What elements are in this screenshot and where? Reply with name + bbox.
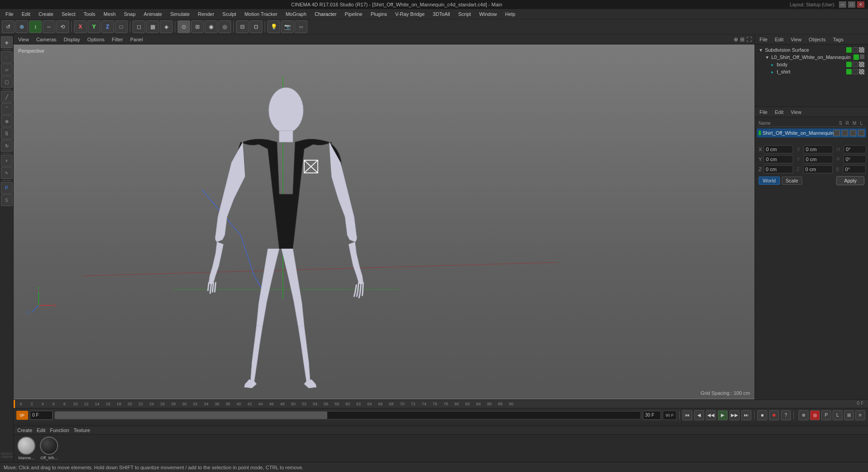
props-world-btn[interactable]: World — [759, 177, 780, 185]
props-tab-view[interactable]: View — [789, 108, 804, 116]
pb-last-btn[interactable]: ⏭ — [741, 410, 751, 420]
maximize-button[interactable]: □ — [848, 1, 855, 8]
obj-mgr-tab-tags[interactable]: Tags — [831, 36, 845, 43]
menu-edit[interactable]: Edit — [18, 10, 34, 18]
sidebar-mode-btn[interactable]: ◈ — [1, 36, 13, 48]
axis-x-button[interactable]: X — [74, 20, 87, 33]
vp-menu-view[interactable]: View — [16, 36, 31, 43]
snap-button[interactable]: ⊟ — [236, 20, 249, 33]
wireframe-button[interactable]: ⊞ — [191, 20, 204, 33]
sidebar-tool3-btn[interactable]: ⊕ — [1, 115, 13, 127]
menu-snap[interactable]: Snap — [120, 10, 139, 18]
sidebar-layer-btn[interactable]: ≡ — [1, 155, 13, 167]
pb-play-fwd-btn[interactable]: ▶▶ — [730, 410, 740, 420]
close-button[interactable]: ✕ — [857, 1, 864, 8]
sidebar-tool5-btn[interactable]: ↻ — [1, 140, 13, 152]
menu-create[interactable]: Create — [35, 10, 57, 18]
menu-pipeline[interactable]: Pipeline — [341, 10, 366, 18]
minimize-button[interactable]: ─ — [839, 1, 846, 8]
vp-menu-panel[interactable]: Panel — [128, 36, 145, 43]
vp-menu-cameras[interactable]: Cameras — [35, 36, 59, 43]
vp-icon-layout[interactable]: ⊞ — [740, 36, 745, 43]
vp-menu-filter[interactable]: Filter — [110, 36, 124, 43]
mat-menu-create[interactable]: Create — [17, 428, 32, 433]
frame-input[interactable] — [30, 411, 53, 420]
menu-sculpt[interactable]: Sculpt — [219, 10, 240, 18]
pb-play-btn[interactable]: ▶ — [718, 410, 728, 420]
sidebar-edge-btn[interactable]: ▱ — [1, 64, 13, 75]
menu-file[interactable]: File — [2, 10, 17, 18]
floor-button[interactable]: ▭ — [295, 20, 307, 33]
vp-icon-fullscreen[interactable]: ⛶ — [746, 36, 752, 43]
sidebar-python-btn[interactable]: P — [1, 182, 13, 194]
menu-plugins[interactable]: Plugins — [367, 10, 390, 18]
hier-item-body[interactable]: ▸ body — [769, 61, 866, 68]
move-button[interactable]: ↕ — [29, 20, 42, 33]
menu-character[interactable]: Character — [311, 10, 340, 18]
sidebar-tool4-btn[interactable]: S — [1, 128, 13, 139]
pb-help-btn[interactable]: ? — [781, 410, 791, 420]
live-selection-button[interactable]: ⊕ — [15, 20, 28, 33]
props-tab-edit[interactable]: Edit — [773, 108, 785, 116]
sidebar-point-btn[interactable]: · — [1, 51, 13, 63]
props-rx-input[interactable] — [804, 145, 833, 153]
obj-mgr-tab-objects[interactable]: Objects — [807, 36, 827, 43]
pb-layers-btn[interactable]: L — [833, 410, 843, 420]
rotate-button[interactable]: ⟲ — [56, 20, 69, 33]
snap-options-button[interactable]: ⊡ — [250, 20, 262, 33]
props-scale-btn[interactable]: Scale — [782, 177, 803, 185]
menu-animate[interactable]: Animate — [140, 10, 166, 18]
obj-mgr-tab-view[interactable]: View — [789, 36, 804, 43]
props-ry-input[interactable] — [804, 155, 833, 163]
pb-keying-btn[interactable]: ⊕ — [799, 410, 809, 420]
subdiv-button[interactable]: ◉ — [205, 20, 217, 33]
axis-all-button[interactable]: □ — [115, 20, 128, 33]
hier-item-subdivision[interactable]: ▼ Subdivision Surface — [757, 46, 866, 54]
mat-menu-texture[interactable]: Texture — [74, 428, 90, 433]
pb-autokey-btn[interactable]: ◎ — [810, 410, 820, 420]
sidebar-tool1-btn[interactable]: ╱ — [1, 91, 13, 103]
sidebar-poly-btn[interactable]: ▢ — [1, 76, 13, 88]
props-h-input[interactable] — [843, 145, 866, 153]
props-tab-file[interactable]: File — [758, 108, 769, 116]
props-p-input[interactable] — [843, 155, 866, 163]
menu-render[interactable]: Render — [194, 10, 218, 18]
sidebar-tool2-btn[interactable]: ⌒ — [1, 103, 13, 115]
hier-item-tshirt[interactable]: ▸ t_shirt — [769, 68, 866, 75]
menu-tools[interactable]: Tools — [80, 10, 99, 18]
menu-mesh[interactable]: Mesh — [100, 10, 119, 18]
deform-button[interactable]: ◎ — [218, 20, 231, 33]
pb-prev-btn[interactable]: ◀ — [694, 410, 704, 420]
scale-button[interactable]: ↔ — [43, 20, 55, 33]
viewport[interactable]: Perspective — [14, 44, 755, 399]
obj-action-m[interactable] — [850, 130, 856, 136]
props-z-input[interactable] — [764, 165, 793, 173]
obj-mgr-tab-edit[interactable]: Edit — [773, 36, 785, 43]
obj-action-r[interactable] — [842, 130, 848, 136]
pb-stop-btn[interactable]: ■ — [757, 410, 767, 420]
light-button[interactable]: 💡 — [267, 20, 280, 33]
menu-3dtoall[interactable]: 3DToAll — [429, 10, 454, 18]
obj-action-l[interactable] — [858, 130, 864, 136]
timeline-scrollbar[interactable] — [54, 411, 641, 419]
pb-record-btn[interactable]: ⏺ — [769, 410, 779, 420]
menu-vray-bridge[interactable]: V-Ray Bridge — [392, 10, 429, 18]
obj-action-s[interactable] — [833, 130, 840, 136]
menu-motion-tracker[interactable]: Motion Tracker — [241, 10, 281, 18]
fps-input[interactable] — [643, 411, 661, 420]
menu-simulate[interactable]: Simulate — [167, 10, 193, 18]
obj-row-shirt[interactable]: Shirt_Off_White_on_Mannequin — [757, 128, 866, 138]
props-b-input[interactable] — [843, 165, 866, 173]
menu-window[interactable]: Window — [475, 10, 500, 18]
axis-y-button[interactable]: Y — [88, 20, 100, 33]
mat-menu-edit[interactable]: Edit — [37, 428, 45, 433]
menu-select[interactable]: Select — [58, 10, 79, 18]
menu-mograph[interactable]: MoGraph — [282, 10, 310, 18]
axis-z-button[interactable]: Z — [101, 20, 114, 33]
camera-button[interactable]: 📷 — [281, 20, 294, 33]
mat-menu-function[interactable]: Function — [50, 428, 69, 433]
pb-icons-btn[interactable]: ⊞ — [844, 410, 854, 420]
pb-pos-btn[interactable]: P — [821, 410, 831, 420]
pb-play-back-btn[interactable]: ◀◀ — [706, 410, 716, 420]
undo-button[interactable]: ↺ — [2, 20, 15, 33]
